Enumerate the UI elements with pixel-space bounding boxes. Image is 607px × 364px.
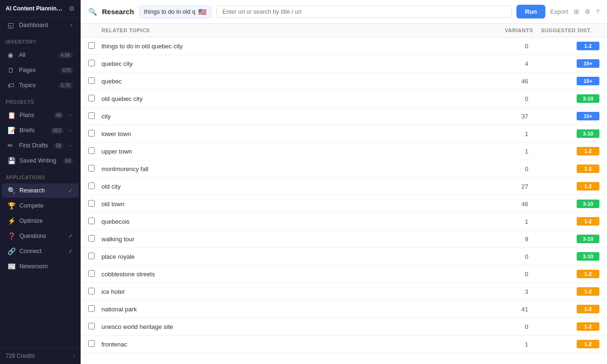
table-row: old city 27 1-2 [81,178,607,195]
sidebar-item-briefs[interactable]: 📝 Briefs 603 → [2,123,79,137]
credits-text: 729 Credits [6,353,35,359]
firstdrafts-icon: ✏ [8,142,15,149]
row-checkbox-6[interactable] [88,147,95,154]
row-checkbox-7[interactable] [88,165,95,172]
row-checkbox-16[interactable] [88,323,95,329]
dist-value: 1-2 [577,147,599,155]
row-checkbox-4[interactable] [88,112,95,119]
sidebar-item-topics[interactable]: 🏷 Topics 5.7K [2,78,79,92]
row-checkbox-8[interactable] [88,182,95,189]
row-dist-badge: 1-2 [533,305,599,313]
dist-value: 10+ [577,59,599,68]
research-icon: 🔍 [8,187,16,194]
row-variants-count: 0 [486,271,533,278]
briefs-badge: 603 [51,127,64,134]
row-checkbox-9[interactable] [88,200,95,207]
row-checkbox-12[interactable] [88,253,95,259]
row-topic-label: ice hotel [101,288,486,295]
row-checkbox-17[interactable] [88,340,95,347]
pages-badge: 670 [60,67,73,73]
table-row: unesco world heritage site 0 1-2 [81,318,607,336]
sidebar-item-all[interactable]: ◉ All 4.6K [2,48,79,62]
table-row: old town 46 3-10 [81,195,607,213]
row-dist-badge: 10+ [533,112,599,120]
row-checkbox-11[interactable] [88,235,95,242]
dist-value: 1-2 [577,164,599,173]
row-checkbox-14[interactable] [88,288,95,294]
query-chip[interactable]: things to do in old q 🇺🇸 [139,5,212,18]
settings-icon[interactable]: ⚙ [585,8,590,15]
row-variants-count: 0 [486,95,533,102]
dist-value: 3-10 [577,129,599,138]
row-checkbox-3[interactable] [88,95,95,101]
arrow-icon: → [67,127,73,134]
check-icon: ✓ [68,233,73,239]
compete-icon: 🏆 [8,202,16,209]
applications-section-label: APPLICATIONS [0,168,81,183]
gear-icon[interactable]: ⚙ [69,5,75,12]
row-checkbox-1[interactable] [88,60,95,66]
table-row: montmorency fall 0 1-2 [81,160,607,178]
sidebar: AI Content Planning and ... ⚙ ◱ Dashboar… [0,0,81,364]
row-checkbox-2[interactable] [88,77,95,84]
row-topic-label: montmorency fall [101,165,486,173]
sidebar-item-optimize[interactable]: ⚡ Optimize [2,214,79,228]
row-variants-count: 37 [486,113,533,120]
help-icon[interactable]: ? [596,8,599,15]
sidebar-item-plans[interactable]: 📋 Plans 49 → [2,108,79,122]
row-topic-label: lower town [101,130,486,137]
sidebar-item-savedwriting[interactable]: 💾 Saved Writing 64 [2,154,79,168]
sidebar-item-label: Newsroom [19,263,73,270]
row-dist-badge: 1-2 [533,322,599,331]
credits-footer[interactable]: 729 Credits › [0,347,81,364]
sidebar-item-pages[interactable]: 🗋 Pages 670 [2,63,79,77]
row-checkbox-0[interactable] [88,42,95,49]
row-topic-label: quebec [101,78,486,85]
row-topic-label: quebec city [101,60,486,67]
dist-value: 1-2 [577,182,599,191]
row-variants-count: 0 [486,165,533,173]
add-icon[interactable]: + [70,22,73,28]
sidebar-item-label: Dashboard [19,22,66,28]
row-topic-label: things to do in old quebec city [101,43,486,50]
row-variants-count: 46 [486,200,533,208]
sidebar-item-research[interactable]: 🔍 Research ✓ [2,183,79,198]
sidebar-item-questions[interactable]: ❓ Questions ✓ [2,229,79,243]
newsroom-icon: 📰 [8,263,16,270]
table-row: quebecois 1 1-2 [81,213,607,230]
row-checkbox-5[interactable] [88,130,95,136]
row-topic-label: quebecois [101,218,486,225]
sidebar-item-label: Questions [19,233,64,239]
row-topic-label: upper town [101,148,486,155]
topics-icon: 🏷 [8,82,15,89]
sidebar-item-label: Plans [19,112,50,118]
sidebar-item-connect[interactable]: 🔗 Connect ✓ [2,244,79,258]
sidebar-item-compete[interactable]: 🏆 Compete [2,199,79,213]
table-row: ice hotel 3 1-2 [81,283,607,300]
table-row: old quebec city 0 3-10 [81,90,607,108]
row-topic-label: national park [101,306,486,313]
run-button[interactable]: Run [516,5,545,18]
table-row: walking tour 9 3-10 [81,230,607,248]
row-dist-badge: 3-10 [533,235,599,243]
inventory-section-label: INVENTORY [0,33,81,47]
sidebar-item-label: Optimize [19,218,73,224]
export-label[interactable]: Export [550,8,568,15]
topbar-right-actions: Export ⊞ ⚙ ? [550,8,599,15]
row-checkbox-15[interactable] [88,305,95,312]
col-suggested-header: SUGGESTED DIST. [533,27,599,33]
sidebar-item-dashboard[interactable]: ◱ Dashboard + [2,18,79,32]
dist-value: 10+ [577,77,599,85]
row-variants-count: 1 [486,130,533,137]
sidebar-item-label: Compete [19,202,73,209]
sidebar-item-firstdrafts[interactable]: ✏ First Drafts 58 → [2,138,79,153]
row-checkbox-10[interactable] [88,218,95,224]
savedwriting-icon: 💾 [8,157,16,164]
dist-value: 1-2 [577,340,599,348]
row-topic-label: cobblestone streets [101,271,486,278]
table-view-icon[interactable]: ⊞ [574,8,579,15]
sidebar-item-newsroom[interactable]: 📰 Newsroom [2,259,79,273]
topbar: 🔍 Research things to do in old q 🇺🇸 Run … [81,0,607,24]
row-checkbox-13[interactable] [88,270,95,277]
url-search-input[interactable] [216,6,512,18]
